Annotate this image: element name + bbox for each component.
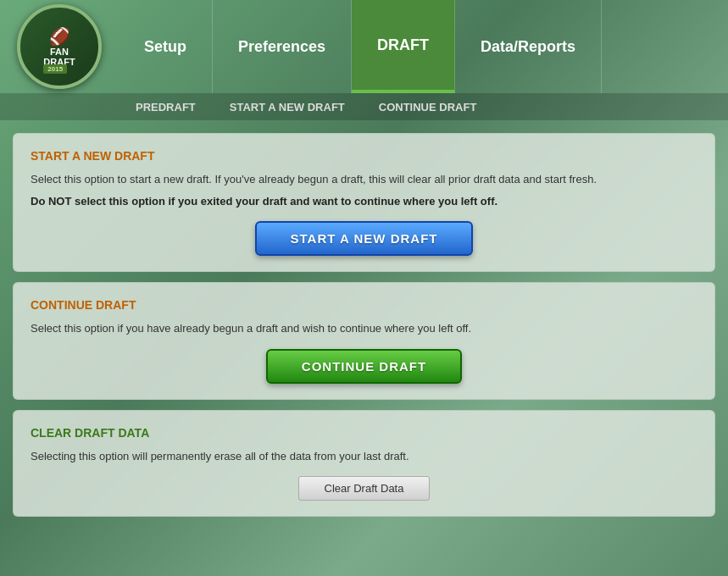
start-new-draft-desc: Select this option to start a new draft.… — [31, 171, 697, 188]
nav-data-reports[interactable]: Data/Reports — [455, 0, 602, 93]
start-new-draft-title: START A NEW DRAFT — [31, 149, 697, 163]
continue-draft-title: CONTINUE DRAFT — [31, 298, 697, 312]
main-content: START A NEW DRAFT Select this option to … — [0, 120, 728, 529]
nav-setup[interactable]: Setup — [119, 0, 213, 93]
football-icon: 🏈 — [43, 26, 75, 47]
nav-preferences[interactable]: Preferences — [213, 0, 352, 93]
logo-year: 2015 — [43, 64, 67, 74]
subnav: PREDRAFT START A NEW DRAFT CONTINUE DRAF… — [0, 93, 728, 120]
subnav-predraft[interactable]: PREDRAFT — [119, 93, 213, 120]
subnav-start-new-draft[interactable]: START A NEW DRAFT — [213, 93, 362, 120]
start-new-draft-warning: Do NOT select this option if you exited … — [31, 193, 697, 210]
continue-draft-desc: Select this option if you have already b… — [31, 320, 697, 337]
clear-draft-data-section: Clear Draft Data Selecting this option w… — [13, 410, 715, 518]
subnav-continue-draft[interactable]: CONTINUE DRAFT — [362, 93, 494, 120]
start-new-draft-section: START A NEW DRAFT Select this option to … — [13, 133, 715, 272]
clear-draft-data-title: Clear Draft Data — [31, 426, 697, 440]
logo-area: 🏈 FAN DRAFT 2015 — [0, 0, 119, 93]
clear-draft-data-button[interactable]: Clear Draft Data — [298, 476, 431, 501]
continue-draft-section: CONTINUE DRAFT Select this option if you… — [13, 282, 715, 400]
continue-draft-button[interactable]: CONTINUE DRAFT — [266, 349, 462, 384]
clear-draft-data-desc: Selecting this option will permanently e… — [31, 448, 697, 465]
nav-draft[interactable]: DRAFT — [352, 0, 455, 93]
main-nav: Setup Preferences DRAFT Data/Reports — [119, 0, 728, 93]
fandraft-logo: 🏈 FAN DRAFT 2015 — [17, 4, 102, 89]
start-new-draft-button[interactable]: START A NEW DRAFT — [255, 221, 474, 256]
